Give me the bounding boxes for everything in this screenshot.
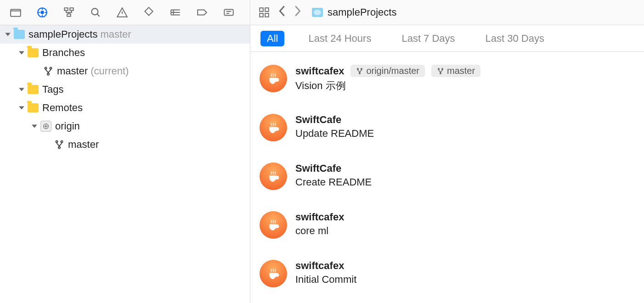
branch-badge: master bbox=[431, 65, 480, 77]
remote-branch-name: master bbox=[68, 139, 99, 151]
warnings-icon[interactable] bbox=[115, 5, 130, 20]
commit-message: Vision 示例 bbox=[295, 79, 480, 93]
svg-point-23 bbox=[438, 68, 440, 70]
breadcrumb-folder-icon bbox=[312, 8, 323, 17]
sidebar-tree: sampleProjects master Branches master (c… bbox=[0, 25, 250, 154]
source-control-navigator: sampleProjects master Branches master (c… bbox=[0, 25, 250, 303]
sidebar-remote-origin[interactable]: origin bbox=[0, 117, 250, 135]
commit-message: Create README bbox=[295, 176, 372, 188]
tags-folder-icon bbox=[28, 85, 39, 94]
project-root-name: sampleProjects bbox=[28, 28, 97, 40]
remote-name: origin bbox=[55, 120, 80, 132]
tags-label: Tags bbox=[42, 84, 63, 95]
commit-row[interactable]: swiftcafexInitial Commit bbox=[260, 253, 635, 294]
svg-point-18 bbox=[61, 141, 62, 143]
remote-icon bbox=[40, 121, 51, 132]
toolbar-left bbox=[0, 0, 250, 25]
commit-author: swiftcafex bbox=[295, 260, 344, 272]
branches-folder-icon bbox=[28, 48, 39, 57]
symbols-icon[interactable] bbox=[62, 5, 76, 20]
branch-badge-label: master bbox=[447, 66, 475, 76]
chevron-down-icon[interactable] bbox=[30, 122, 39, 130]
avatar bbox=[260, 211, 287, 239]
debug-icon[interactable] bbox=[168, 5, 183, 20]
tests-icon[interactable] bbox=[141, 5, 156, 20]
filter-30d[interactable]: Last 30 Days bbox=[479, 31, 551, 46]
toolbar-right: sampleProjects bbox=[250, 0, 644, 25]
branches-label: Branches bbox=[42, 47, 85, 59]
svg-point-21 bbox=[361, 68, 362, 70]
commit-row[interactable]: swiftcafexcore ml bbox=[260, 205, 635, 245]
breadcrumb-project-name[interactable]: sampleProjects bbox=[328, 6, 396, 18]
svg-rect-8 bbox=[260, 8, 263, 11]
branch-icon bbox=[54, 140, 64, 150]
branch-badge: origin/master bbox=[350, 65, 425, 77]
svg-rect-5 bbox=[67, 14, 71, 16]
avatar bbox=[260, 65, 287, 92]
source-control-icon[interactable] bbox=[35, 5, 50, 20]
svg-rect-0 bbox=[11, 10, 21, 17]
svg-point-12 bbox=[45, 67, 46, 69]
filter-24h[interactable]: Last 24 Hours bbox=[302, 31, 378, 46]
svg-rect-10 bbox=[260, 13, 263, 17]
toolbar: sampleProjects bbox=[0, 0, 644, 25]
branch-suffix: (current) bbox=[90, 65, 129, 77]
chevron-down-icon[interactable] bbox=[4, 30, 12, 39]
commit-row[interactable]: swiftcafexorigin/mastermasterVision 示例 bbox=[260, 58, 635, 99]
svg-point-25 bbox=[440, 73, 441, 74]
avatar bbox=[260, 114, 287, 141]
commit-author: swiftcafex bbox=[295, 65, 344, 77]
branch-icon bbox=[437, 67, 444, 75]
svg-rect-4 bbox=[70, 8, 73, 10]
commit-row[interactable]: SwiftCafeUpdate README bbox=[260, 107, 635, 148]
filter-all[interactable]: All bbox=[260, 31, 284, 46]
commit-message: core ml bbox=[295, 225, 344, 237]
sidebar-tags[interactable]: Tags bbox=[0, 80, 250, 99]
svg-point-2 bbox=[41, 11, 43, 13]
commit-list: swiftcafexorigin/mastermasterVision 示例Sw… bbox=[250, 52, 644, 300]
svg-point-20 bbox=[357, 68, 359, 70]
sidebar-project-root[interactable]: sampleProjects master bbox=[0, 25, 250, 44]
sidebar-remotes[interactable]: Remotes bbox=[0, 99, 250, 117]
chevron-down-icon[interactable] bbox=[17, 49, 26, 57]
svg-point-22 bbox=[359, 73, 361, 74]
sidebar-branches[interactable]: Branches bbox=[0, 44, 250, 62]
sidebar-remote-branch-master[interactable]: master bbox=[0, 135, 250, 154]
search-icon[interactable] bbox=[88, 5, 103, 20]
branch-badge-label: origin/master bbox=[366, 66, 419, 76]
svg-point-17 bbox=[56, 141, 57, 143]
svg-point-24 bbox=[442, 68, 443, 70]
grid-icon[interactable] bbox=[257, 5, 271, 20]
project-root-branch: master bbox=[100, 28, 131, 40]
filter-bar: All Last 24 Hours Last 7 Days Last 30 Da… bbox=[250, 25, 644, 52]
commit-author: SwiftCafe bbox=[295, 114, 341, 126]
chevron-down-icon[interactable] bbox=[17, 85, 26, 94]
svg-point-13 bbox=[50, 67, 51, 69]
commit-message: Initial Commit bbox=[295, 274, 356, 286]
branch-icon bbox=[356, 67, 363, 75]
branch-name: master bbox=[57, 65, 88, 77]
commit-author: swiftcafex bbox=[295, 211, 344, 223]
avatar bbox=[260, 163, 287, 190]
remotes-label: Remotes bbox=[42, 102, 83, 114]
project-folder-icon bbox=[14, 30, 25, 39]
chevron-down-icon[interactable] bbox=[17, 104, 26, 112]
sidebar-branch-master[interactable]: master (current) bbox=[0, 62, 250, 80]
folder-icon[interactable] bbox=[8, 5, 23, 20]
svg-rect-7 bbox=[224, 10, 233, 16]
reports-icon[interactable] bbox=[221, 5, 236, 20]
svg-point-16 bbox=[45, 126, 47, 127]
svg-rect-9 bbox=[265, 8, 269, 11]
nav-forward-icon bbox=[290, 5, 305, 21]
commit-message: Update README bbox=[295, 128, 374, 140]
svg-point-19 bbox=[58, 146, 60, 148]
svg-point-14 bbox=[47, 73, 49, 75]
svg-rect-3 bbox=[64, 8, 68, 10]
nav-back-icon[interactable] bbox=[274, 5, 290, 21]
avatar bbox=[260, 260, 287, 287]
commit-row[interactable]: SwiftCafeCreate README bbox=[260, 156, 635, 196]
content: All Last 24 Hours Last 7 Days Last 30 Da… bbox=[250, 25, 644, 303]
breakpoints-icon[interactable] bbox=[195, 5, 209, 20]
filter-7d[interactable]: Last 7 Days bbox=[395, 31, 461, 46]
commit-author: SwiftCafe bbox=[295, 163, 341, 174]
